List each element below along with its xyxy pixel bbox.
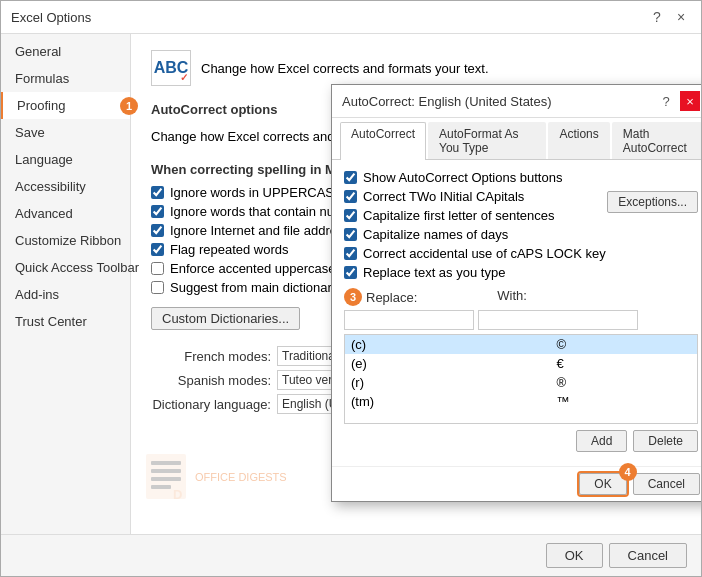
logo-area: D OFFICE DIGESTS — [141, 449, 287, 504]
dialog-body: General Formulas Proofing 1 Save Languag… — [1, 34, 701, 534]
svg-rect-2 — [151, 469, 181, 473]
table-row[interactable]: (tm) ™ — [345, 392, 697, 411]
ok-badge: 4 — [619, 463, 637, 481]
with-cell: © — [551, 335, 697, 354]
replace-input-field[interactable] — [344, 310, 474, 330]
checkbox-repeated-label: Flag repeated words — [170, 242, 289, 257]
overlay-checkbox-two-initial-label: Correct TWo INitial CApitals — [363, 189, 524, 204]
replace-section: 3 Replace: With: — [344, 288, 698, 452]
with-cell: ™ — [551, 392, 697, 411]
spanish-mode-label: Spanish modes: — [151, 373, 271, 388]
office-digests-logo: D — [141, 449, 191, 504]
checkbox-uppercase-input[interactable] — [151, 186, 164, 199]
sidebar-item-accessibility[interactable]: Accessibility — [1, 173, 130, 200]
overlay-checkbox-cap-sent-input[interactable] — [344, 209, 357, 222]
svg-rect-4 — [151, 485, 171, 489]
sidebar-item-proofing[interactable]: Proofing 1 — [1, 92, 130, 119]
checkbox-french-input[interactable] — [151, 262, 164, 275]
overlay-checkbox-two-initial: Correct TWo INitial CApitals — [344, 189, 607, 204]
abc-icon: ABC — [151, 50, 191, 86]
with-label: With: — [497, 288, 527, 306]
sidebar-item-language[interactable]: Language — [1, 146, 130, 173]
replace-table: (c) © (e) € (r) ® — [345, 335, 697, 424]
sidebar-item-advanced[interactable]: Advanced — [1, 200, 130, 227]
checkbox-suggest-input[interactable] — [151, 281, 164, 294]
table-row[interactable]: (c) © — [345, 335, 697, 354]
ok-footer-button[interactable]: OK — [546, 543, 603, 568]
sidebar-item-save[interactable]: Save — [1, 119, 130, 146]
header-text: Change how Excel corrects and formats yo… — [201, 61, 489, 76]
dialog-title: Excel Options — [11, 10, 91, 25]
overlay-checkbox-show: Show AutoCorrect Options buttons — [344, 170, 698, 185]
replace-table-wrapper: (c) © (e) € (r) ® — [344, 334, 698, 424]
dict-lang-label: Dictionary language: — [151, 397, 271, 412]
dialog-footer: OK Cancel — [1, 534, 701, 576]
help-button[interactable]: ? — [647, 7, 667, 27]
sidebar-item-proofing-label: Proofing — [17, 98, 65, 113]
svg-rect-1 — [151, 461, 181, 465]
overlay-checkbox-caps-lock-input[interactable] — [344, 247, 357, 260]
with-input-field[interactable] — [478, 310, 638, 330]
overlay-checkbox-replace-input[interactable] — [344, 266, 357, 279]
tab-actions[interactable]: Actions — [548, 122, 609, 159]
overlay-checkbox-replace-label: Replace text as you type — [363, 265, 505, 280]
replace-header: 3 Replace: With: — [344, 288, 698, 306]
close-button[interactable]: × — [671, 7, 691, 27]
sidebar-item-quick-access[interactable]: Quick Access Toolbar — [1, 254, 130, 281]
replace-cell: (c) — [345, 335, 551, 354]
overlay-checkbox-two-initial-input[interactable] — [344, 190, 357, 203]
sidebar: General Formulas Proofing 1 Save Languag… — [1, 34, 131, 534]
checkbox-numbers-input[interactable] — [151, 205, 164, 218]
table-row[interactable]: (r) ® — [345, 373, 697, 392]
svg-text:D: D — [173, 487, 182, 502]
replace-inputs — [344, 310, 698, 330]
checkbox-uppercase-label: Ignore words in UPPERCASE — [170, 185, 343, 200]
tab-autoformat[interactable]: AutoFormat As You Type — [428, 122, 546, 159]
overlay-close-button[interactable]: × — [680, 91, 700, 111]
overlay-checkbox-capitalize-sentences: Capitalize first letter of sentences — [344, 208, 607, 223]
overlay-checkbox-capitalize-days: Capitalize names of days — [344, 227, 607, 242]
overlay-footer-buttons: OK 4 Cancel — [579, 473, 700, 495]
replace-cell: (e) — [345, 354, 551, 373]
checkbox-repeated-input[interactable] — [151, 243, 164, 256]
overlay-footer: OK 4 Cancel — [332, 466, 701, 501]
replace-cell: ... — [345, 411, 551, 424]
tab-autocorrect[interactable]: AutoCorrect — [340, 122, 426, 160]
replace-cell: (r) — [345, 373, 551, 392]
overlay-checkbox-caps-lock-label: Correct accidental use of cAPS LOCK key — [363, 246, 606, 261]
replace-label: Replace: — [366, 290, 417, 305]
section-header: ABC Change how Excel corrects and format… — [151, 50, 681, 86]
replace-badge: 3 — [344, 288, 362, 306]
checkbox-internet-input[interactable] — [151, 224, 164, 237]
overlay-cancel-button[interactable]: Cancel — [633, 473, 700, 495]
svg-rect-3 — [151, 477, 181, 481]
excel-options-dialog: Excel Options ? × General Formulas Proof… — [0, 0, 702, 577]
sidebar-item-customize-ribbon[interactable]: Customize Ribbon — [1, 227, 130, 254]
overlay-help-button[interactable]: ? — [656, 91, 676, 111]
table-row[interactable]: ... … — [345, 411, 697, 424]
sidebar-item-addins[interactable]: Add-ins — [1, 281, 130, 308]
dialog-titlebar: Excel Options ? × — [1, 1, 701, 34]
sidebar-item-trust-center[interactable]: Trust Center — [1, 308, 130, 335]
overlay-title: AutoCorrect: English (United States) — [342, 94, 552, 109]
titlebar-controls: ? × — [647, 7, 691, 27]
overlay-checkbox-cap-days-input[interactable] — [344, 228, 357, 241]
replace-cell: (tm) — [345, 392, 551, 411]
cancel-footer-button[interactable]: Cancel — [609, 543, 687, 568]
exceptions-button[interactable]: Exceptions... — [607, 191, 698, 213]
overlay-dialog: AutoCorrect: English (United States) ? ×… — [331, 84, 701, 502]
overlay-body: Show AutoCorrect Options buttons Correct… — [332, 160, 701, 466]
overlay-checkbox-show-input[interactable] — [344, 171, 357, 184]
tab-math[interactable]: Math AutoCorrect — [612, 122, 701, 159]
sidebar-item-formulas[interactable]: Formulas — [1, 65, 130, 92]
with-cell: … — [551, 411, 697, 424]
overlay-checkbox-replace: Replace text as you type — [344, 265, 698, 280]
custom-dictionaries-button[interactable]: Custom Dictionaries... — [151, 307, 300, 330]
add-button[interactable]: Add — [576, 430, 627, 452]
with-cell: ® — [551, 373, 697, 392]
main-content: ABC Change how Excel corrects and format… — [131, 34, 701, 534]
overlay-checkbox-caps-lock: Correct accidental use of cAPS LOCK key — [344, 246, 607, 261]
table-row[interactable]: (e) € — [345, 354, 697, 373]
delete-button[interactable]: Delete — [633, 430, 698, 452]
sidebar-item-general[interactable]: General — [1, 38, 130, 65]
